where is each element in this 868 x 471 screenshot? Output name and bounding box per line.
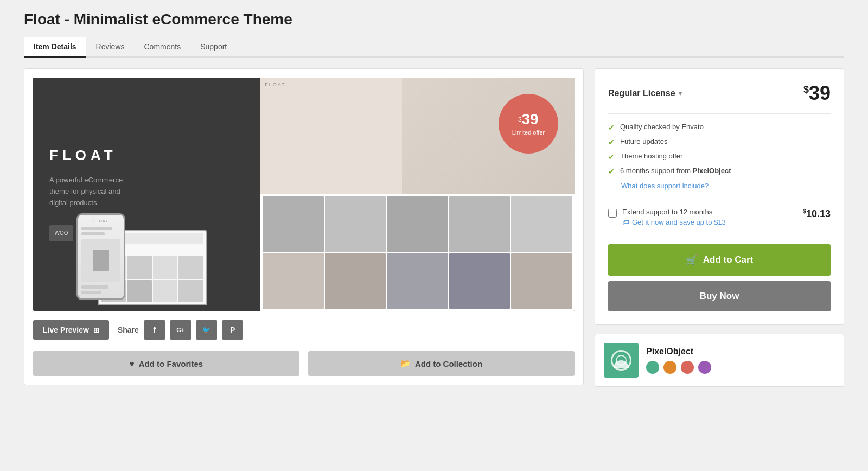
pinterest-button[interactable]: P (222, 320, 243, 340)
add-to-favorites-label: Add to Favorites (139, 359, 203, 368)
preview-card: FLOAT A powerful eCommercetheme for phys… (24, 68, 584, 385)
grid-item (387, 253, 448, 309)
extend-info: Extend support to 12 months 🏷 Get it now… (622, 208, 797, 226)
price-currency: $ (803, 84, 809, 95)
seller-avatar-inner (611, 350, 631, 371)
badge-red (681, 361, 694, 374)
googleplus-icon: G+ (176, 327, 184, 333)
tab-comments[interactable]: Comments (135, 37, 191, 58)
right-panel: Regular License ▾ $39 ✔ Quality checked … (595, 68, 844, 387)
grid-item (325, 196, 386, 252)
preview-image: FLOAT A powerful eCommercetheme for phys… (33, 78, 575, 311)
mock-top-section: $39 Limited offer FLOAT (260, 78, 575, 194)
check-icon: ✔ (608, 138, 615, 147)
grid-item (263, 253, 324, 309)
add-to-collection-button[interactable]: 📂 Add to Collection (308, 351, 575, 376)
seller-name-inline: PixelObject (693, 167, 731, 175)
features-list: ✔ Quality checked by Envato ✔ Future upd… (608, 114, 831, 199)
seller-info: PixelObject (646, 347, 711, 374)
left-panel: FLOAT A powerful eCommercetheme for phys… (24, 68, 584, 385)
mock-right: $39 Limited offer FLOAT (260, 78, 575, 311)
share-label: Share (118, 326, 139, 334)
live-preview-button[interactable]: Live Preview ⊞ (33, 320, 109, 340)
mock-float-logo: FLOAT (49, 147, 277, 164)
add-to-cart-button[interactable]: 🛒 Add to Cart (608, 244, 831, 276)
support-link[interactable]: What does support include? (621, 182, 709, 190)
feature-text: Theme hosting offer (620, 152, 682, 160)
grid-item (449, 253, 510, 309)
seller-badges (646, 361, 711, 374)
purchase-card: Regular License ▾ $39 ✔ Quality checked … (595, 68, 844, 325)
feature-item: ✔ 6 months support from PixelObject (608, 167, 831, 176)
badge-purple (698, 361, 711, 374)
grid-item (263, 196, 324, 252)
extend-support-row: Extend support to 12 months 🏷 Get it now… (608, 199, 831, 236)
badge-orange (663, 361, 676, 374)
price-badge: $39 Limited offer (499, 94, 558, 154)
secondary-actions: ♥ Add to Favorites 📂 Add to Collection (33, 351, 575, 376)
extend-price-amount: 10.13 (806, 208, 831, 219)
license-price: $39 (803, 82, 831, 105)
phone-inner: FLOAT (78, 215, 124, 298)
price-amount: 39 (809, 82, 831, 104)
twitter-button[interactable]: 🐦 (196, 320, 217, 340)
tab-support[interactable]: Support (190, 37, 237, 58)
cart-icon: 🛒 (686, 254, 698, 266)
main-content: FLOAT A powerful eCommercetheme for phys… (24, 68, 844, 387)
mock-grid (260, 194, 575, 311)
grid-item (511, 196, 572, 252)
twitter-icon: 🐦 (202, 326, 210, 334)
grid-item (325, 253, 386, 309)
limited-offer-label: Limited offer (512, 129, 545, 136)
license-header: Regular License ▾ $39 (608, 82, 831, 114)
woo-icon: WOO (49, 225, 73, 241)
facebook-icon: f (153, 326, 156, 334)
check-icon: ✔ (608, 123, 615, 132)
chevron-down-icon: ▾ (679, 90, 682, 97)
phone-mockup: FLOAT (76, 213, 125, 300)
heart-icon: ♥ (130, 359, 135, 368)
grid-item (387, 196, 448, 252)
feature-text: 6 months support from PixelObject (620, 167, 731, 175)
extend-label: Extend support to 12 months (622, 208, 797, 216)
feature-item: ✔ Theme hosting offer (608, 152, 831, 161)
feature-item: ✔ Quality checked by Envato (608, 123, 831, 132)
check-icon: ✔ (608, 152, 615, 161)
tab-item-details[interactable]: Item Details (24, 37, 86, 58)
tag-icon: 🏷 (622, 218, 629, 226)
seller-avatar (604, 343, 639, 378)
tab-reviews[interactable]: Reviews (86, 37, 135, 58)
add-to-collection-label: Add to Collection (415, 359, 482, 368)
page-title: Float - Minimalist eCommerce Theme (24, 11, 844, 28)
live-preview-label: Live Preview (43, 326, 89, 334)
folder-icon: 📂 (400, 359, 411, 368)
extend-price: $10.13 (803, 208, 831, 220)
pinterest-icon: P (230, 326, 235, 334)
buy-now-button[interactable]: Buy Now (608, 281, 831, 311)
grid-item (511, 253, 572, 309)
seller-avatar-icon (616, 355, 627, 366)
extend-save-text: Get it now and save up to $13 (632, 218, 726, 226)
mock-tagline: A powerful eCommercetheme for physical a… (49, 175, 277, 208)
preview-actions: Live Preview ⊞ Share f G+ 🐦 P (33, 320, 575, 340)
feature-text: Quality checked by Envato (620, 123, 704, 131)
mock-screenshot: FLOAT A powerful eCommercetheme for phys… (33, 78, 575, 311)
feature-text: Future updates (620, 137, 667, 145)
license-title: Regular License ▾ (608, 88, 682, 98)
seller-card: PixelObject (595, 334, 844, 387)
buy-now-label: Buy Now (700, 291, 739, 302)
add-to-cart-label: Add to Cart (703, 254, 754, 265)
googleplus-button[interactable]: G+ (170, 320, 191, 340)
grid-item (449, 196, 510, 252)
seller-name: PixelObject (646, 347, 711, 357)
tabs-bar: Item Details Reviews Comments Support (24, 37, 844, 58)
add-to-favorites-button[interactable]: ♥ Add to Favorites (33, 351, 299, 376)
badge-green (646, 361, 659, 374)
check-icon: ✔ (608, 167, 615, 176)
facebook-button[interactable]: f (144, 320, 165, 340)
extend-support-checkbox[interactable] (608, 209, 617, 218)
preview-icon: ⊞ (93, 326, 99, 334)
license-label: Regular License (608, 88, 675, 98)
feature-item: ✔ Future updates (608, 137, 831, 147)
extend-save-link[interactable]: 🏷 Get it now and save up to $13 (622, 218, 797, 226)
